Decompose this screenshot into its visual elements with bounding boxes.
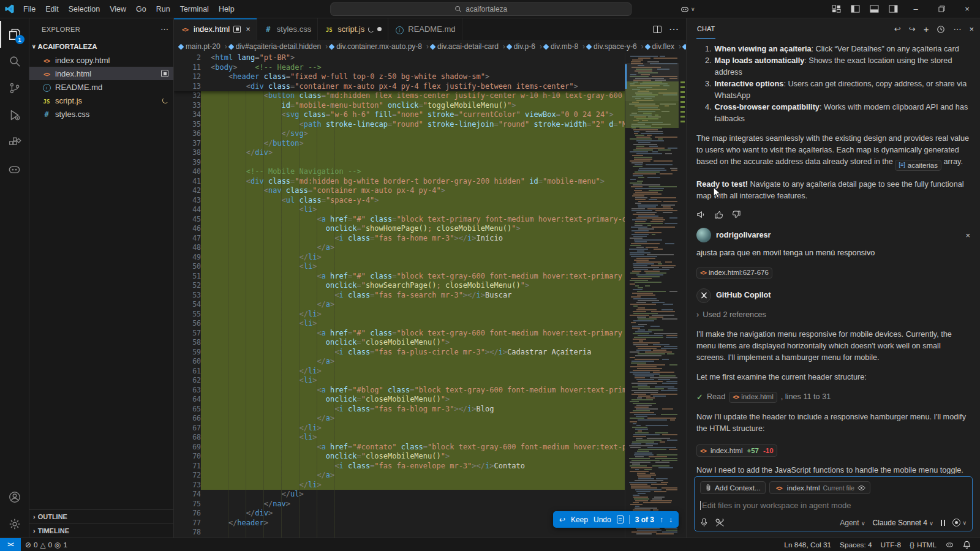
breadcrumb-item[interactable]: div.p-6 › [507, 42, 542, 51]
menu-item[interactable]: Help [214, 3, 239, 15]
minimap[interactable] [625, 53, 686, 538]
explorer-more-icon[interactable]: ⋯ [160, 24, 168, 34]
customize-layout-icon[interactable] [827, 0, 846, 18]
prev-change-icon[interactable]: ↑ [660, 515, 663, 524]
breadcrumb-item[interactable]: div.mb-8 › [544, 42, 585, 51]
breadcrumb-item[interactable]: div.acai-detail-card › [431, 42, 505, 51]
minimize-button[interactable]: – [903, 0, 929, 18]
workspace-folder[interactable]: ∨ ACAIFORTALEZA [29, 40, 173, 53]
indentation[interactable]: Spaces: 4 [835, 538, 876, 551]
eye-icon[interactable] [858, 485, 865, 491]
undo-edit-icon[interactable]: ↩ [894, 24, 901, 34]
chat-input-field[interactable]: Edit files in your workspace in agent mo… [700, 501, 967, 510]
editor-more-icon[interactable]: ⋯ [669, 23, 679, 35]
breadcrumb-item[interactable]: main.pt-20 › [179, 42, 227, 51]
undo-button[interactable]: Undo [594, 515, 611, 524]
chat-more-icon[interactable]: ⋯ [953, 24, 961, 34]
search-activity-icon[interactable] [0, 48, 29, 75]
copilot-chat-activity-icon[interactable] [0, 156, 29, 182]
restore-button[interactable] [929, 0, 954, 18]
line-number: 41 [174, 177, 201, 187]
source-control-activity-icon[interactable] [0, 75, 29, 102]
file-reference-chip[interactable]: index.html:627-676 [696, 268, 772, 279]
user-avatar [696, 228, 711, 242]
menu-item[interactable]: Edit [40, 3, 64, 15]
current-file-chip[interactable]: index.html Current file [769, 481, 870, 494]
sidebar-section[interactable]: › OUTLINE [29, 509, 173, 523]
keep-button[interactable]: Keep [571, 515, 588, 524]
undo-arrow-icon[interactable]: ↩ [559, 515, 565, 524]
file-row[interactable]: index.html [29, 67, 173, 80]
notifications-bell-icon[interactable] [959, 538, 975, 551]
breadcrumb-item[interactable]: div › [683, 42, 686, 51]
encoding[interactable]: UTF-8 [876, 538, 905, 551]
menu-item[interactable]: File [18, 3, 40, 15]
cursor-position[interactable]: Ln 848, Col 31 [780, 538, 835, 551]
line-number: 52 [174, 281, 201, 291]
chat-input-box[interactable]: Add Context... index.html Current file E… [694, 476, 973, 531]
chat-tab[interactable]: CHAT [696, 20, 715, 39]
menu-item[interactable]: View [105, 3, 131, 15]
diff-stat-chip[interactable]: index.html +57 -10 [696, 444, 777, 457]
remove-request-icon[interactable]: × [965, 230, 970, 242]
menu-item[interactable]: Go [131, 3, 151, 15]
code-editor[interactable]: 2<html lang="pt-BR"> 11<body> <!-- Heade… [174, 53, 686, 538]
toggle-panel-icon[interactable] [865, 0, 884, 18]
remote-indicator[interactable]: >< [0, 538, 21, 551]
close-chat-icon[interactable]: × [969, 24, 974, 34]
explorer-activity-icon[interactable]: 1 [0, 21, 29, 48]
read-aloud-icon[interactable] [696, 210, 706, 219]
diff-file-icon[interactable] [617, 515, 624, 523]
breadcrumb-item[interactable]: div.container.mx-auto.py-8 › [330, 42, 429, 51]
file-row[interactable]: index copy.html [29, 53, 173, 67]
pause-icon[interactable] [941, 520, 946, 526]
mode-picker[interactable]: Agent ∨ [840, 519, 865, 527]
breadcrumb-item[interactable]: div.space-y-6 › [587, 42, 643, 51]
toggle-secondary-sidebar-icon[interactable] [884, 0, 903, 18]
file-chip[interactable]: index.html [729, 392, 777, 403]
file-row[interactable]: README.md [29, 80, 173, 94]
model-picker[interactable]: Claude Sonnet 4 ∨ [873, 519, 933, 527]
code-chip[interactable]: [≡]acaiterias [895, 160, 941, 171]
new-chat-icon[interactable]: + [924, 24, 929, 34]
next-change-icon[interactable]: ↓ [669, 515, 673, 524]
thumbs-down-icon[interactable] [732, 210, 741, 219]
references-row[interactable]: › Used 2 references [696, 309, 970, 321]
tools-icon[interactable] [715, 518, 725, 527]
account-icon[interactable] [0, 484, 29, 511]
menu-item[interactable]: Run [151, 3, 175, 15]
send-voice-button[interactable]: ∨ [952, 519, 967, 527]
run-debug-activity-icon[interactable] [0, 102, 29, 129]
file-row[interactable]: script.js [29, 94, 173, 107]
file-row[interactable]: styles.css [29, 107, 173, 121]
thumbs-up-icon[interactable] [714, 210, 723, 219]
problems-indicator[interactable]: ⊘0 △0 ◎1 [21, 538, 72, 551]
editor-tab[interactable]: script.js × [318, 18, 388, 40]
chat-history-icon[interactable] [937, 25, 945, 34]
menu-item[interactable]: Terminal [175, 3, 214, 15]
settings-gear-icon[interactable] [0, 511, 29, 538]
extensions-activity-icon[interactable] [0, 129, 29, 156]
command-search-box[interactable]: acaifortaleza [330, 2, 631, 16]
copilot-status-icon[interactable] [941, 538, 959, 551]
add-context-button[interactable]: Add Context... [700, 481, 766, 494]
editor-group: index.html × styles.css × [174, 18, 686, 538]
breadcrumb-item[interactable]: div.flex › [646, 42, 681, 51]
editor-tab[interactable]: README.md × [388, 18, 462, 40]
mic-icon[interactable] [700, 518, 708, 527]
copilot-menu-button[interactable]: ∨ [680, 4, 695, 14]
toggle-sidebar-icon[interactable] [846, 0, 865, 18]
code-line: 58 onclick="closeMobileMenu()"> [174, 338, 625, 348]
close-window-button[interactable]: × [954, 0, 980, 18]
sidebar-section[interactable]: › TIMELINE [29, 523, 173, 538]
language-mode[interactable]: {}HTML [905, 538, 941, 551]
menu-item[interactable]: Selection [64, 3, 105, 15]
editor-tab[interactable]: index.html × [174, 18, 257, 40]
code-line: 60 </a> [174, 357, 625, 367]
redo-edit-icon[interactable]: ↪ [909, 24, 916, 34]
breadcrumb-item[interactable]: div#açaiteria-detail.hidden › [229, 42, 328, 51]
editor-tab[interactable]: styles.css × [257, 18, 318, 40]
close-tab-icon[interactable]: × [246, 24, 251, 34]
code-line: 38 </div> [174, 148, 625, 158]
split-editor-icon[interactable] [653, 26, 662, 33]
